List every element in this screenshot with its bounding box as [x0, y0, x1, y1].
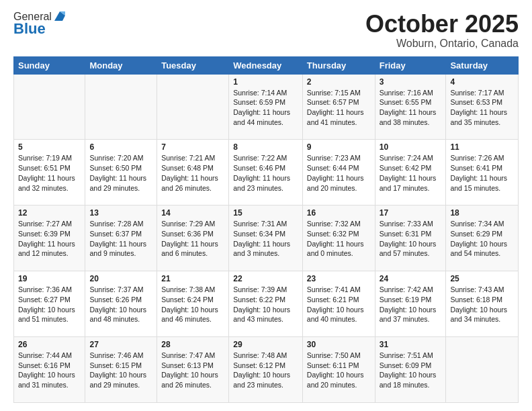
day-number: 16	[307, 208, 371, 218]
day-info: Sunrise: 7:33 AMSunset: 6:31 PMDaylight:…	[380, 219, 442, 259]
table-row: 24Sunrise: 7:42 AMSunset: 6:19 PMDayligh…	[375, 271, 446, 337]
day-info: Sunrise: 7:36 AMSunset: 6:27 PMDaylight:…	[18, 285, 81, 324]
day-info: Sunrise: 7:17 AMSunset: 6:53 PMDaylight:…	[450, 88, 514, 128]
col-thursday: Thursday	[302, 56, 375, 74]
title-block: October 2025 Woburn, Ontario, Canada	[365, 11, 519, 50]
day-number: 4	[450, 77, 514, 87]
day-number: 13	[89, 208, 152, 218]
day-number: 20	[89, 274, 152, 283]
day-info: Sunrise: 7:41 AMSunset: 6:21 PMDaylight:…	[307, 285, 371, 324]
day-number: 26	[18, 340, 81, 349]
day-info: Sunrise: 7:38 AMSunset: 6:24 PMDaylight:…	[161, 285, 224, 324]
day-number: 27	[89, 340, 152, 349]
day-info: Sunrise: 7:43 AMSunset: 6:18 PMDaylight:…	[450, 285, 514, 324]
day-number: 29	[233, 340, 298, 349]
header: General Blue October 2025 Woburn, Ontari…	[13, 11, 519, 50]
day-info: Sunrise: 7:46 AMSunset: 6:15 PMDaylight:…	[89, 351, 152, 390]
day-number: 2	[307, 77, 371, 87]
table-row: 13Sunrise: 7:28 AMSunset: 6:37 PMDayligh…	[85, 205, 157, 271]
page: General Blue October 2025 Woburn, Ontari…	[0, 0, 532, 411]
day-number: 30	[307, 340, 371, 349]
table-row: 28Sunrise: 7:47 AMSunset: 6:13 PMDayligh…	[157, 337, 229, 403]
day-number: 1	[233, 77, 298, 87]
day-info: Sunrise: 7:27 AMSunset: 6:39 PMDaylight:…	[18, 219, 81, 259]
day-info: Sunrise: 7:31 AMSunset: 6:34 PMDaylight:…	[233, 219, 298, 259]
table-row: 3Sunrise: 7:16 AMSunset: 6:55 PMDaylight…	[375, 74, 446, 140]
table-row: 20Sunrise: 7:37 AMSunset: 6:26 PMDayligh…	[85, 271, 157, 337]
day-info: Sunrise: 7:19 AMSunset: 6:51 PMDaylight:…	[18, 153, 81, 193]
table-row: 14Sunrise: 7:29 AMSunset: 6:36 PMDayligh…	[157, 205, 229, 271]
logo: General Blue	[13, 11, 66, 38]
day-info: Sunrise: 7:47 AMSunset: 6:13 PMDaylight:…	[161, 351, 224, 390]
day-number: 15	[233, 208, 298, 218]
day-number: 10	[380, 142, 442, 152]
day-info: Sunrise: 7:26 AMSunset: 6:41 PMDaylight:…	[450, 153, 514, 193]
day-info: Sunrise: 7:22 AMSunset: 6:46 PMDaylight:…	[233, 153, 298, 193]
table-row: 21Sunrise: 7:38 AMSunset: 6:24 PMDayligh…	[157, 271, 229, 337]
table-row: 4Sunrise: 7:17 AMSunset: 6:53 PMDaylight…	[446, 74, 519, 140]
day-info: Sunrise: 7:14 AMSunset: 6:59 PMDaylight:…	[233, 88, 298, 128]
table-row: 22Sunrise: 7:39 AMSunset: 6:22 PMDayligh…	[229, 271, 303, 337]
table-row: 12Sunrise: 7:27 AMSunset: 6:39 PMDayligh…	[14, 205, 85, 271]
day-info: Sunrise: 7:39 AMSunset: 6:22 PMDaylight:…	[233, 285, 298, 324]
day-number: 6	[89, 142, 152, 152]
day-info: Sunrise: 7:28 AMSunset: 6:37 PMDaylight:…	[89, 219, 152, 259]
table-row: 6Sunrise: 7:20 AMSunset: 6:50 PMDaylight…	[85, 140, 157, 205]
table-row	[446, 337, 519, 403]
table-row: 26Sunrise: 7:44 AMSunset: 6:16 PMDayligh…	[14, 337, 85, 403]
calendar-table: Sunday Monday Tuesday Wednesday Thursday…	[13, 56, 519, 403]
table-row: 11Sunrise: 7:26 AMSunset: 6:41 PMDayligh…	[446, 140, 519, 205]
day-info: Sunrise: 7:24 AMSunset: 6:42 PMDaylight:…	[380, 153, 442, 193]
table-row: 2Sunrise: 7:15 AMSunset: 6:57 PMDaylight…	[302, 74, 375, 140]
day-number: 31	[380, 340, 442, 349]
day-number: 28	[161, 340, 224, 349]
col-saturday: Saturday	[446, 56, 519, 74]
table-row: 10Sunrise: 7:24 AMSunset: 6:42 PMDayligh…	[375, 140, 446, 205]
day-number: 7	[161, 142, 224, 152]
day-info: Sunrise: 7:34 AMSunset: 6:29 PMDaylight:…	[450, 219, 514, 259]
table-row: 5Sunrise: 7:19 AMSunset: 6:51 PMDaylight…	[14, 140, 85, 205]
col-wednesday: Wednesday	[229, 56, 303, 74]
day-number: 11	[450, 142, 514, 152]
table-row: 27Sunrise: 7:46 AMSunset: 6:15 PMDayligh…	[85, 337, 157, 403]
table-row: 15Sunrise: 7:31 AMSunset: 6:34 PMDayligh…	[229, 205, 303, 271]
day-info: Sunrise: 7:15 AMSunset: 6:57 PMDaylight:…	[307, 88, 371, 128]
table-row: 19Sunrise: 7:36 AMSunset: 6:27 PMDayligh…	[14, 271, 85, 337]
table-row: 23Sunrise: 7:41 AMSunset: 6:21 PMDayligh…	[302, 271, 375, 337]
logo-icon	[53, 9, 66, 22]
calendar-week-row: 1Sunrise: 7:14 AMSunset: 6:59 PMDaylight…	[14, 74, 519, 140]
col-friday: Friday	[375, 56, 446, 74]
day-info: Sunrise: 7:23 AMSunset: 6:44 PMDaylight:…	[307, 153, 371, 193]
day-info: Sunrise: 7:51 AMSunset: 6:09 PMDaylight:…	[380, 351, 442, 390]
day-number: 3	[380, 77, 442, 87]
day-number: 21	[161, 274, 224, 283]
table-row: 16Sunrise: 7:32 AMSunset: 6:32 PMDayligh…	[302, 205, 375, 271]
calendar-subtitle: Woburn, Ontario, Canada	[365, 38, 519, 50]
logo-blue-text: Blue	[13, 20, 46, 38]
day-number: 19	[18, 274, 81, 283]
day-number: 17	[380, 208, 442, 218]
calendar-week-row: 12Sunrise: 7:27 AMSunset: 6:39 PMDayligh…	[14, 205, 519, 271]
day-number: 24	[380, 274, 442, 283]
table-row	[85, 74, 157, 140]
calendar-title: October 2025	[365, 11, 519, 38]
table-row: 31Sunrise: 7:51 AMSunset: 6:09 PMDayligh…	[375, 337, 446, 403]
day-number: 14	[161, 208, 224, 218]
day-number: 22	[233, 274, 298, 283]
table-row: 8Sunrise: 7:22 AMSunset: 6:46 PMDaylight…	[229, 140, 303, 205]
day-number: 12	[18, 208, 81, 218]
table-row: 1Sunrise: 7:14 AMSunset: 6:59 PMDaylight…	[229, 74, 303, 140]
day-number: 9	[307, 142, 371, 152]
day-number: 8	[233, 142, 298, 152]
table-row: 30Sunrise: 7:50 AMSunset: 6:11 PMDayligh…	[302, 337, 375, 403]
day-info: Sunrise: 7:29 AMSunset: 6:36 PMDaylight:…	[161, 219, 224, 259]
day-number: 25	[450, 274, 514, 283]
table-row	[157, 74, 229, 140]
col-tuesday: Tuesday	[157, 56, 229, 74]
calendar-week-row: 19Sunrise: 7:36 AMSunset: 6:27 PMDayligh…	[14, 271, 519, 337]
day-info: Sunrise: 7:50 AMSunset: 6:11 PMDaylight:…	[307, 351, 371, 390]
table-row: 17Sunrise: 7:33 AMSunset: 6:31 PMDayligh…	[375, 205, 446, 271]
table-row: 7Sunrise: 7:21 AMSunset: 6:48 PMDaylight…	[157, 140, 229, 205]
day-info: Sunrise: 7:44 AMSunset: 6:16 PMDaylight:…	[18, 351, 81, 390]
day-number: 5	[18, 142, 81, 152]
